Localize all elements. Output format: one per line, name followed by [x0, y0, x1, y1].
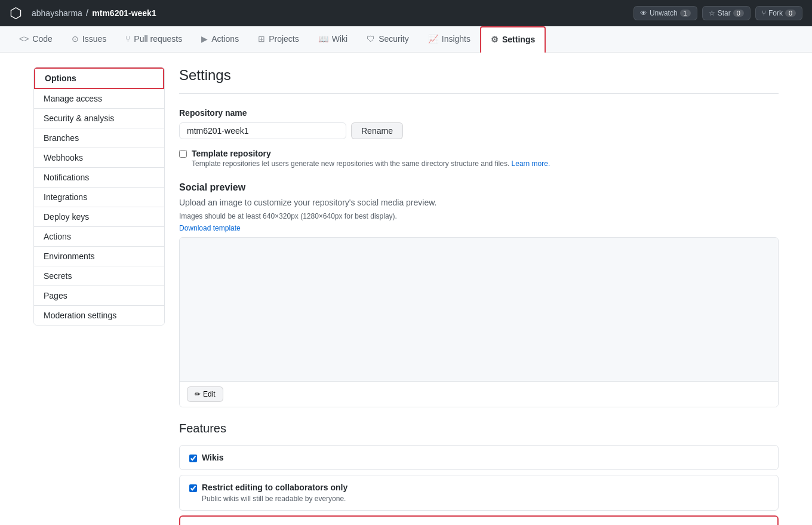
fork-label: Fork	[768, 9, 783, 17]
template-repo-desc: Template repositories let users generate…	[192, 159, 550, 168]
sidebar-item-pages[interactable]: Pages	[34, 286, 164, 306]
owner-link[interactable]: abhaysharma	[32, 8, 82, 18]
tab-insights-label: Insights	[442, 34, 470, 44]
star-count: 0	[733, 10, 744, 17]
social-preview-title: Social preview	[179, 182, 779, 193]
restrict-editing-checkbox[interactable]	[189, 484, 197, 492]
top-header: ⬡ abhaysharma / mtm6201-week1 👁 Unwatch …	[0, 0, 812, 26]
tab-issues-label: Issues	[82, 34, 106, 44]
main-layout: Options Manage access Security & analysi…	[24, 53, 788, 525]
sidebar-item-environments[interactable]: Environments	[34, 247, 164, 266]
tab-pull-requests-label: Pull requests	[134, 34, 182, 44]
tab-insights[interactable]: 📈 Insights	[419, 26, 480, 53]
actions-icon: ▶	[201, 34, 208, 44]
restrict-editing-desc: Public wikis will still be readable by e…	[202, 495, 347, 503]
sidebar-group: Options Manage access Security & analysi…	[33, 67, 165, 326]
tab-security-label: Security	[379, 34, 409, 44]
settings-icon: ⚙	[491, 35, 499, 44]
edit-button[interactable]: ✏ Edit	[187, 386, 223, 402]
projects-icon: ⊞	[258, 34, 265, 44]
social-preview-note: Images should be at least 640×320px (128…	[179, 212, 779, 220]
sidebar-item-deploy-keys[interactable]: Deploy keys	[34, 207, 164, 227]
fork-icon: ⑂	[762, 9, 766, 17]
fork-count: 0	[785, 10, 796, 17]
download-template-link[interactable]: Download template	[179, 224, 241, 232]
social-preview-footer: ✏ Edit	[180, 381, 778, 407]
sidebar-item-moderation-settings[interactable]: Moderation settings	[34, 306, 164, 325]
path-separator: /	[86, 8, 88, 19]
settings-content: Settings Repository name Rename Template…	[179, 67, 779, 525]
github-logo: ⬡	[10, 5, 22, 22]
header-actions: 👁 Unwatch 1 ☆ Star 0 ⑂ Fork 0	[633, 6, 802, 20]
edit-button-label: Edit	[203, 390, 216, 398]
sidebar-item-webhooks[interactable]: Webhooks	[34, 148, 164, 168]
code-icon: <>	[19, 34, 29, 44]
tab-settings-label: Settings	[502, 35, 535, 44]
sidebar-item-actions[interactable]: Actions	[34, 227, 164, 247]
fork-button[interactable]: ⑂ Fork 0	[755, 6, 802, 20]
eye-icon: 👁	[640, 9, 647, 17]
restrict-editing-feature-row: Restrict editing to collaborators only P…	[179, 475, 779, 511]
template-repo-checkbox[interactable]	[179, 150, 187, 158]
tab-wiki[interactable]: 📖 Wiki	[309, 26, 357, 53]
pull-requests-icon: ⑂	[125, 34, 130, 44]
sidebar-item-manage-access[interactable]: Manage access	[34, 89, 164, 109]
unwatch-label: Unwatch	[650, 9, 678, 17]
sidebar-item-integrations[interactable]: Integrations	[34, 188, 164, 207]
star-button[interactable]: ☆ Star 0	[702, 6, 751, 20]
star-icon: ☆	[709, 9, 715, 17]
tab-code-label: Code	[32, 34, 52, 44]
repo-name-label: Repository name	[179, 108, 779, 118]
wikis-label[interactable]: Wikis	[202, 453, 223, 462]
tab-wiki-label: Wiki	[332, 34, 347, 44]
tab-pull-requests[interactable]: ⑂ Pull requests	[116, 26, 192, 53]
wikis-feature-row: Wikis	[179, 445, 779, 470]
template-repo-desc-text: Template repositories let users generate…	[192, 159, 509, 168]
security-icon: 🛡	[367, 34, 375, 44]
repo-name-input[interactable]	[179, 122, 346, 139]
learn-more-link[interactable]: Learn more.	[512, 159, 550, 168]
restrict-editing-checkbox-row: Restrict editing to collaborators only P…	[189, 483, 768, 503]
social-preview-area	[180, 238, 778, 381]
settings-sidebar: Options Manage access Security & analysi…	[33, 67, 165, 525]
pencil-icon: ✏	[195, 390, 201, 398]
restrict-editing-label[interactable]: Restrict editing to collaborators only	[202, 483, 347, 492]
rename-button[interactable]: Rename	[351, 122, 403, 139]
unwatch-button[interactable]: 👁 Unwatch 1	[633, 6, 697, 20]
sidebar-item-branches[interactable]: Branches	[34, 128, 164, 148]
star-label: Star	[718, 9, 731, 17]
issues-feature-row: Issues Issues integrate lightweight task…	[179, 515, 779, 525]
tab-projects[interactable]: ⊞ Projects	[248, 26, 309, 53]
insights-icon: 📈	[428, 34, 438, 44]
tab-actions[interactable]: ▶ Actions	[192, 26, 248, 53]
unwatch-count: 1	[680, 10, 691, 17]
issues-row-wrapper: Issues Issues integrate lightweight task…	[179, 515, 779, 525]
tab-security[interactable]: 🛡 Security	[357, 26, 419, 53]
sidebar-item-security-analysis[interactable]: Security & analysis	[34, 109, 164, 128]
tab-settings[interactable]: ⚙ Settings	[480, 26, 546, 53]
wikis-checkbox-row: Wikis	[189, 453, 768, 462]
wiki-icon: 📖	[318, 34, 328, 44]
sidebar-item-options[interactable]: Options	[34, 67, 164, 89]
tab-navigation: <> Code ⊙ Issues ⑂ Pull requests ▶ Actio…	[0, 26, 812, 53]
repo-name: mtm6201-week1	[92, 8, 156, 18]
tab-projects-label: Projects	[269, 34, 299, 44]
wikis-checkbox[interactable]	[189, 455, 197, 462]
page-title: Settings	[179, 67, 779, 94]
issues-icon: ⊙	[72, 34, 79, 44]
repo-breadcrumb: abhaysharma / mtm6201-week1	[32, 8, 156, 19]
tab-issues[interactable]: ⊙ Issues	[62, 26, 116, 53]
template-repo-label[interactable]: Template repository	[192, 149, 271, 158]
sidebar-item-notifications[interactable]: Notifications	[34, 168, 164, 188]
tab-actions-label: Actions	[211, 34, 239, 44]
sidebar-item-secrets[interactable]: Secrets	[34, 266, 164, 286]
social-preview-desc: Upload an image to customize your reposi…	[179, 198, 779, 207]
template-repo-row: Template repository Template repositorie…	[179, 149, 779, 168]
features-title: Features	[179, 422, 779, 435]
tab-code[interactable]: <> Code	[10, 26, 62, 53]
